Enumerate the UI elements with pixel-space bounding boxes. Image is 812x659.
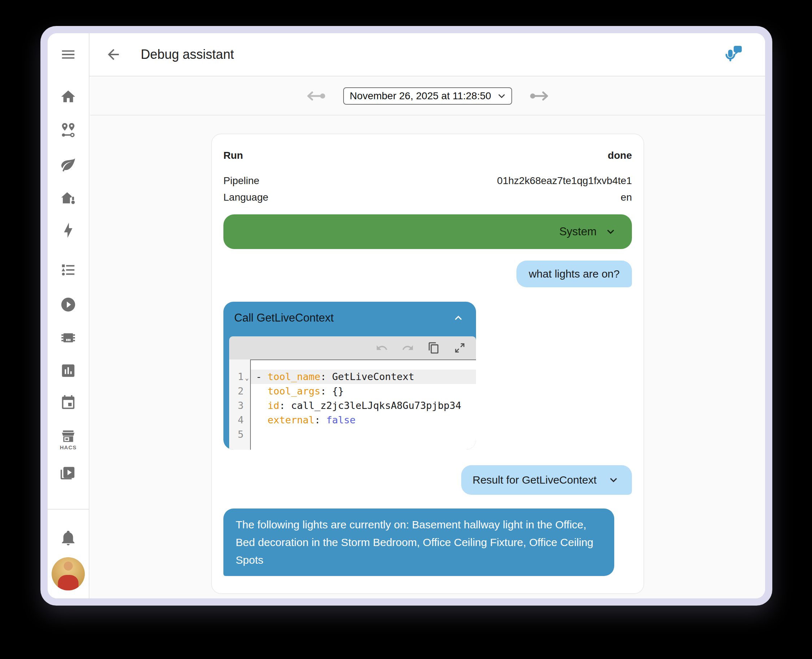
gutter-line: 5 — [229, 427, 250, 442]
previous-run-button[interactable] — [303, 91, 328, 101]
back-button[interactable] — [105, 46, 122, 63]
code-gutter: 1⌄2345 — [229, 359, 250, 450]
chart-box-icon — [60, 363, 77, 379]
run-select[interactable]: November 26, 2025 at 11:28:50 — [343, 87, 512, 105]
line-number: 5 — [229, 427, 244, 442]
code-token-plain: : {} — [320, 385, 344, 397]
tool-result-label: Result for GetLiveContext — [473, 474, 597, 486]
undo-button[interactable] — [376, 342, 388, 354]
gutter-line: 1⌄ — [229, 370, 250, 384]
code-token-plain: : call_z2jc3leLJqksA8Gu73pjbp34 — [279, 400, 461, 411]
page-title: Debug assistant — [141, 47, 234, 62]
code-token-key: tool_name — [268, 371, 320, 382]
arrow-left-icon — [105, 46, 121, 63]
code-token-key: tool_args — [268, 385, 320, 397]
assistant-message-bubble: The following lights are currently on: B… — [223, 509, 614, 576]
chevron-down-icon — [604, 225, 618, 238]
run-status: done — [608, 150, 632, 162]
menu-button[interactable] — [47, 46, 89, 63]
mic-chat-icon — [723, 43, 744, 64]
line-number: 4 — [229, 413, 244, 427]
sidebar-item-climate[interactable] — [47, 190, 89, 207]
sidebar-item-power[interactable] — [47, 222, 89, 238]
play-circle-icon — [60, 296, 77, 313]
avatar — [52, 557, 85, 590]
next-run-button[interactable] — [527, 91, 552, 101]
main-content: November 26, 2025 at 11:28:50 Run done — [90, 77, 765, 598]
sidebar-divider — [47, 509, 89, 509]
language-row: Language en — [223, 189, 632, 206]
user-message-bubble: what lights are on? — [516, 260, 632, 287]
system-prompt-toggle[interactable]: System — [223, 214, 632, 249]
toolbar: Debug assistant — [90, 33, 765, 77]
code-line[interactable]: id: call_z2jc3leLJqksA8Gu73pjbp34 — [251, 399, 476, 413]
ray-start-arrow-icon — [527, 91, 552, 101]
bell-icon — [60, 530, 77, 546]
arrow-expand-icon — [454, 342, 466, 354]
redo-button[interactable] — [402, 342, 414, 354]
system-label: System — [560, 225, 596, 238]
user-message-row: what lights are on? — [223, 260, 632, 287]
app-window-frame: HACS Debug assistant — [40, 26, 772, 605]
line-number: 1 — [229, 370, 244, 384]
chevron-down-icon — [607, 473, 620, 487]
sidebar-item-hacs[interactable]: HACS — [47, 429, 89, 450]
editor-toolbar — [229, 336, 476, 359]
copy-button[interactable] — [428, 342, 440, 354]
code-line[interactable]: external: false — [251, 413, 476, 427]
gutter-line: 3 — [229, 399, 250, 413]
fold-spacer — [244, 384, 250, 399]
undo-icon — [376, 342, 388, 354]
code-token-plain: : — [315, 414, 326, 426]
tool-call-card: Call GetLiveContext — [223, 302, 476, 450]
sidebar: HACS — [47, 33, 90, 598]
tool-result-row: Result for GetLiveContext — [223, 465, 632, 495]
expand-button[interactable] — [454, 342, 466, 354]
tool-call-header[interactable]: Call GetLiveContext — [223, 302, 476, 325]
fold-spacer — [244, 399, 250, 413]
list-bulleted-type-icon — [60, 262, 77, 278]
map-marker-distance-icon — [60, 122, 77, 139]
code-token-plain — [256, 385, 268, 397]
sidebar-item-media[interactable] — [47, 296, 89, 313]
code-line[interactable]: tool_args: {} — [251, 384, 476, 399]
storefront-icon — [60, 429, 76, 444]
sidebar-item-media-browser[interactable] — [47, 465, 89, 481]
sidebar-item-energy[interactable] — [47, 156, 89, 173]
fold-spacer — [244, 413, 250, 427]
code-line[interactable]: - tool_name: GetLiveContext — [251, 370, 476, 384]
sidebar-item-history[interactable] — [47, 363, 89, 379]
gutter-line: 2 — [229, 384, 250, 399]
assist-button[interactable] — [723, 43, 744, 66]
code-token-key: id — [268, 400, 280, 411]
code-token-plain — [256, 400, 268, 411]
code-token-atom: false — [326, 414, 355, 426]
lightning-bolt-icon — [60, 222, 77, 238]
sidebar-item-calendar[interactable] — [47, 394, 89, 411]
line-number: 2 — [229, 384, 244, 399]
leaf-icon — [60, 156, 77, 173]
pipeline-row: Pipeline 01hz2k68eaz7te1qg1fxvb4te1 — [223, 172, 632, 189]
sidebar-item-esphome[interactable] — [47, 330, 89, 346]
tool-call-title: Call GetLiveContext — [234, 311, 334, 325]
code-lines[interactable]: - tool_name: GetLiveContext tool_args: {… — [250, 359, 476, 450]
tool-result-toggle[interactable]: Result for GetLiveContext — [461, 465, 632, 495]
run-card: Run done Pipeline 01hz2k68eaz7te1qg1fxvb… — [211, 134, 644, 594]
ray-end-arrow-icon — [303, 91, 328, 101]
hamburger-menu-icon — [60, 46, 77, 63]
home-thermometer-icon — [60, 190, 77, 207]
select-caret-icon — [498, 93, 506, 99]
run-label: Run — [223, 150, 243, 162]
sidebar-item-logbook[interactable] — [47, 262, 89, 278]
code-token-key: external — [268, 414, 315, 426]
sidebar-item-overview[interactable] — [47, 88, 89, 105]
code-line[interactable] — [251, 427, 476, 442]
run-picker-row: November 26, 2025 at 11:28:50 — [90, 77, 765, 115]
sidebar-item-profile[interactable] — [47, 557, 89, 590]
fold-icon[interactable]: ⌄ — [244, 370, 250, 384]
pipeline-value: 01hz2k68eaz7te1qg1fxvb4te1 — [497, 172, 632, 189]
sidebar-item-map[interactable] — [47, 122, 89, 139]
language-label: Language — [223, 189, 268, 206]
code-token-plain: : GetLiveContext — [320, 371, 414, 382]
sidebar-item-notifications[interactable] — [47, 530, 89, 546]
